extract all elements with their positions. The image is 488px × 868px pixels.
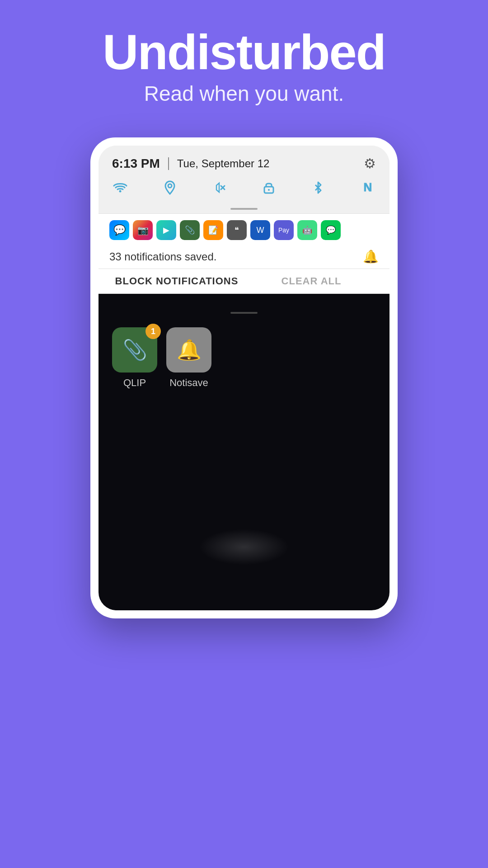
phone-mockup: 6:13 PM Tue, September 12 ⚙	[90, 137, 398, 618]
svg-text:N: N	[364, 180, 372, 194]
qlip-app-icon[interactable]: 📎 1	[112, 327, 157, 373]
hero-section: Undisturbed Read when you want.	[0, 0, 488, 124]
nfc-icon[interactable]: N N	[360, 179, 376, 200]
hero-subtitle: Read when you want.	[144, 81, 344, 106]
clear-all-button[interactable]: CLEAR ALL	[244, 275, 379, 287]
qlip-label: QLIP	[123, 377, 146, 389]
qlip-app-item[interactable]: 📎 1 QLIP	[112, 327, 157, 389]
wifi-icon[interactable]	[112, 179, 128, 200]
status-divider	[168, 157, 169, 170]
notif-count-text: 33 notifications saved.	[109, 250, 216, 263]
pay-icon[interactable]: Pay	[274, 220, 294, 240]
app-grid: 📎 1 QLIP 🔔 Notisave	[112, 327, 376, 389]
instagram-icon[interactable]: 📷	[133, 220, 153, 240]
svg-point-3	[268, 189, 270, 191]
hero-title: Undisturbed	[103, 27, 385, 77]
status-date: Tue, September 12	[177, 157, 270, 170]
mute-icon[interactable]	[211, 179, 227, 200]
location-icon[interactable]	[162, 179, 178, 200]
phone-inner: 6:13 PM Tue, September 12 ⚙	[99, 146, 389, 610]
qlip-icon[interactable]: 📎	[180, 220, 200, 240]
samsung-note-icon[interactable]: 📝	[203, 220, 223, 240]
word-icon[interactable]: W	[250, 220, 270, 240]
drawer-handle	[230, 312, 258, 314]
notisave-app-icon[interactable]: 🔔	[166, 327, 211, 373]
notisave-label: Notisave	[169, 377, 208, 389]
notisave-app-item[interactable]: 🔔 Notisave	[166, 327, 211, 389]
notification-panel: 6:13 PM Tue, September 12 ⚙	[99, 146, 389, 610]
line-icon[interactable]: 💬	[321, 220, 341, 240]
notif-count-row: 33 notifications saved. 🔔	[99, 245, 389, 269]
svg-point-0	[119, 190, 122, 193]
glow-effect	[199, 529, 289, 565]
status-time: 6:13 PM	[112, 156, 160, 171]
lock-icon[interactable]	[261, 179, 277, 200]
android-icon[interactable]: 🤖	[297, 220, 317, 240]
app-icons-row: 💬 📷 ▶ 📎 📝 ❝ W	[99, 213, 389, 245]
messenger-icon[interactable]: 💬	[109, 220, 129, 240]
bell-icon[interactable]: 🔔	[363, 249, 379, 264]
app-drawer: 📎 1 QLIP 🔔 Notisave	[99, 294, 389, 610]
status-left: 6:13 PM Tue, September 12	[112, 156, 269, 171]
bluetooth-icon[interactable]	[310, 179, 326, 200]
action-bar: BLOCK NOTIFICATIONS CLEAR ALL	[99, 269, 389, 294]
status-bar: 6:13 PM Tue, September 12 ⚙	[99, 146, 389, 176]
qlip-badge: 1	[145, 324, 161, 339]
qs-divider	[99, 205, 389, 213]
gear-icon[interactable]: ⚙	[364, 156, 376, 171]
quotes-icon[interactable]: ❝	[227, 220, 247, 240]
svg-point-1	[168, 184, 172, 188]
quick-settings: N N	[99, 176, 389, 205]
block-notifications-button[interactable]: BLOCK NOTIFICATIONS	[109, 275, 244, 287]
play-store-icon[interactable]: ▶	[156, 220, 176, 240]
